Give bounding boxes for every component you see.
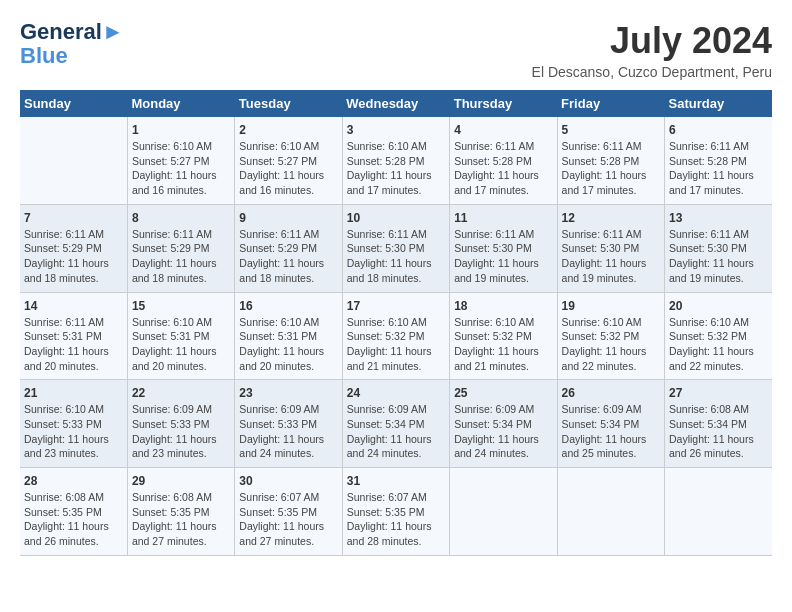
header-thursday: Thursday [450, 90, 557, 117]
header-monday: Monday [127, 90, 234, 117]
month-year: July 2024 [532, 20, 772, 62]
day-number: 21 [24, 386, 123, 400]
day-info: Sunrise: 6:11 AMSunset: 5:28 PMDaylight:… [669, 139, 768, 198]
day-cell: 17Sunrise: 6:10 AMSunset: 5:32 PMDayligh… [342, 292, 449, 380]
day-cell: 4Sunrise: 6:11 AMSunset: 5:28 PMDaylight… [450, 117, 557, 204]
day-info: Sunrise: 6:11 AMSunset: 5:28 PMDaylight:… [562, 139, 660, 198]
day-cell: 28Sunrise: 6:08 AMSunset: 5:35 PMDayligh… [20, 468, 127, 556]
logo-text: General►Blue [20, 20, 124, 68]
day-info: Sunrise: 6:11 AMSunset: 5:30 PMDaylight:… [347, 227, 445, 286]
day-info: Sunrise: 6:10 AMSunset: 5:27 PMDaylight:… [239, 139, 337, 198]
day-cell: 6Sunrise: 6:11 AMSunset: 5:28 PMDaylight… [665, 117, 772, 204]
day-number: 25 [454, 386, 552, 400]
day-number: 9 [239, 211, 337, 225]
day-number: 3 [347, 123, 445, 137]
day-cell: 8Sunrise: 6:11 AMSunset: 5:29 PMDaylight… [127, 204, 234, 292]
day-number: 4 [454, 123, 552, 137]
day-cell: 21Sunrise: 6:10 AMSunset: 5:33 PMDayligh… [20, 380, 127, 468]
header-sunday: Sunday [20, 90, 127, 117]
day-cell: 19Sunrise: 6:10 AMSunset: 5:32 PMDayligh… [557, 292, 664, 380]
day-info: Sunrise: 6:11 AMSunset: 5:30 PMDaylight:… [669, 227, 768, 286]
day-cell: 23Sunrise: 6:09 AMSunset: 5:33 PMDayligh… [235, 380, 342, 468]
week-row-2: 7Sunrise: 6:11 AMSunset: 5:29 PMDaylight… [20, 204, 772, 292]
day-info: Sunrise: 6:09 AMSunset: 5:34 PMDaylight:… [454, 402, 552, 461]
day-number: 29 [132, 474, 230, 488]
day-info: Sunrise: 6:11 AMSunset: 5:29 PMDaylight:… [24, 227, 123, 286]
day-info: Sunrise: 6:10 AMSunset: 5:32 PMDaylight:… [454, 315, 552, 374]
day-cell: 27Sunrise: 6:08 AMSunset: 5:34 PMDayligh… [665, 380, 772, 468]
day-number: 17 [347, 299, 445, 313]
day-cell: 2Sunrise: 6:10 AMSunset: 5:27 PMDaylight… [235, 117, 342, 204]
day-number: 31 [347, 474, 445, 488]
day-info: Sunrise: 6:10 AMSunset: 5:33 PMDaylight:… [24, 402, 123, 461]
day-cell: 3Sunrise: 6:10 AMSunset: 5:28 PMDaylight… [342, 117, 449, 204]
day-info: Sunrise: 6:09 AMSunset: 5:33 PMDaylight:… [132, 402, 230, 461]
header-wednesday: Wednesday [342, 90, 449, 117]
day-number: 5 [562, 123, 660, 137]
calendar-header-row: SundayMondayTuesdayWednesdayThursdayFrid… [20, 90, 772, 117]
day-info: Sunrise: 6:11 AMSunset: 5:28 PMDaylight:… [454, 139, 552, 198]
day-number: 10 [347, 211, 445, 225]
day-info: Sunrise: 6:08 AMSunset: 5:35 PMDaylight:… [24, 490, 123, 549]
day-cell: 16Sunrise: 6:10 AMSunset: 5:31 PMDayligh… [235, 292, 342, 380]
day-info: Sunrise: 6:11 AMSunset: 5:29 PMDaylight:… [132, 227, 230, 286]
day-cell: 14Sunrise: 6:11 AMSunset: 5:31 PMDayligh… [20, 292, 127, 380]
day-number: 19 [562, 299, 660, 313]
day-cell: 26Sunrise: 6:09 AMSunset: 5:34 PMDayligh… [557, 380, 664, 468]
day-info: Sunrise: 6:11 AMSunset: 5:30 PMDaylight:… [454, 227, 552, 286]
day-number: 2 [239, 123, 337, 137]
day-cell: 18Sunrise: 6:10 AMSunset: 5:32 PMDayligh… [450, 292, 557, 380]
day-number: 24 [347, 386, 445, 400]
header-friday: Friday [557, 90, 664, 117]
day-cell: 13Sunrise: 6:11 AMSunset: 5:30 PMDayligh… [665, 204, 772, 292]
day-number: 30 [239, 474, 337, 488]
day-info: Sunrise: 6:10 AMSunset: 5:32 PMDaylight:… [562, 315, 660, 374]
day-number: 27 [669, 386, 768, 400]
day-number: 1 [132, 123, 230, 137]
day-number: 14 [24, 299, 123, 313]
day-number: 12 [562, 211, 660, 225]
day-info: Sunrise: 6:10 AMSunset: 5:32 PMDaylight:… [669, 315, 768, 374]
day-info: Sunrise: 6:08 AMSunset: 5:35 PMDaylight:… [132, 490, 230, 549]
day-number: 15 [132, 299, 230, 313]
day-cell: 29Sunrise: 6:08 AMSunset: 5:35 PMDayligh… [127, 468, 234, 556]
day-cell: 10Sunrise: 6:11 AMSunset: 5:30 PMDayligh… [342, 204, 449, 292]
day-cell: 31Sunrise: 6:07 AMSunset: 5:35 PMDayligh… [342, 468, 449, 556]
day-cell: 30Sunrise: 6:07 AMSunset: 5:35 PMDayligh… [235, 468, 342, 556]
week-row-1: 1Sunrise: 6:10 AMSunset: 5:27 PMDaylight… [20, 117, 772, 204]
day-info: Sunrise: 6:11 AMSunset: 5:31 PMDaylight:… [24, 315, 123, 374]
day-number: 26 [562, 386, 660, 400]
day-info: Sunrise: 6:07 AMSunset: 5:35 PMDaylight:… [239, 490, 337, 549]
day-number: 7 [24, 211, 123, 225]
day-number: 11 [454, 211, 552, 225]
calendar-table: SundayMondayTuesdayWednesdayThursdayFrid… [20, 90, 772, 556]
day-cell: 22Sunrise: 6:09 AMSunset: 5:33 PMDayligh… [127, 380, 234, 468]
day-info: Sunrise: 6:10 AMSunset: 5:28 PMDaylight:… [347, 139, 445, 198]
logo: General►Blue [20, 20, 124, 68]
day-cell: 1Sunrise: 6:10 AMSunset: 5:27 PMDaylight… [127, 117, 234, 204]
day-info: Sunrise: 6:08 AMSunset: 5:34 PMDaylight:… [669, 402, 768, 461]
day-info: Sunrise: 6:09 AMSunset: 5:34 PMDaylight:… [347, 402, 445, 461]
week-row-3: 14Sunrise: 6:11 AMSunset: 5:31 PMDayligh… [20, 292, 772, 380]
title-block: July 2024 El Descanso, Cuzco Department,… [532, 20, 772, 80]
day-info: Sunrise: 6:09 AMSunset: 5:33 PMDaylight:… [239, 402, 337, 461]
day-cell [450, 468, 557, 556]
day-number: 18 [454, 299, 552, 313]
day-info: Sunrise: 6:10 AMSunset: 5:31 PMDaylight:… [132, 315, 230, 374]
day-cell: 15Sunrise: 6:10 AMSunset: 5:31 PMDayligh… [127, 292, 234, 380]
page-header: General►Blue July 2024 El Descanso, Cuzc… [20, 20, 772, 80]
day-number: 8 [132, 211, 230, 225]
day-cell [665, 468, 772, 556]
day-cell: 9Sunrise: 6:11 AMSunset: 5:29 PMDaylight… [235, 204, 342, 292]
week-row-4: 21Sunrise: 6:10 AMSunset: 5:33 PMDayligh… [20, 380, 772, 468]
day-cell [557, 468, 664, 556]
day-cell: 25Sunrise: 6:09 AMSunset: 5:34 PMDayligh… [450, 380, 557, 468]
header-tuesday: Tuesday [235, 90, 342, 117]
day-number: 28 [24, 474, 123, 488]
header-saturday: Saturday [665, 90, 772, 117]
day-info: Sunrise: 6:09 AMSunset: 5:34 PMDaylight:… [562, 402, 660, 461]
day-number: 16 [239, 299, 337, 313]
day-number: 20 [669, 299, 768, 313]
day-cell: 11Sunrise: 6:11 AMSunset: 5:30 PMDayligh… [450, 204, 557, 292]
day-info: Sunrise: 6:07 AMSunset: 5:35 PMDaylight:… [347, 490, 445, 549]
